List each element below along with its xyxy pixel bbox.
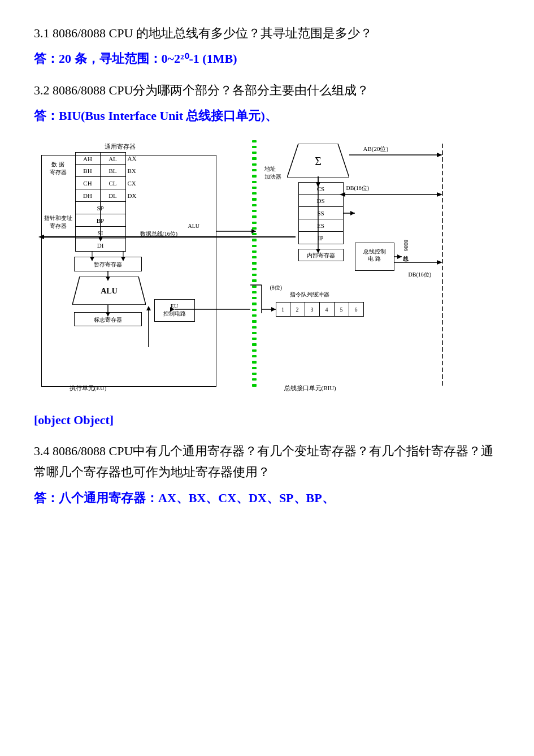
adder-shape: Σ (287, 144, 349, 178)
bus8086-label: 8086总线 (402, 240, 410, 251)
db16-right-label: DB(16位) (409, 271, 432, 279)
flag-reg: 标志寄存器 (74, 312, 142, 326)
register-grid: AH AL AX BH BL BX CH CL CX DH DL DX SP (75, 152, 142, 252)
dotted-divider (249, 138, 259, 387)
reg-cs: CS (298, 182, 344, 195)
reg-cx-label: CX (126, 177, 142, 189)
question-32: 3.2 8086/8088 CPU分为哪两个部分？各部分主要由什么组成？ (34, 80, 500, 101)
reg-dh: DH (75, 189, 101, 202)
reg-si: SI (75, 227, 126, 239)
svg-marker-11 (437, 260, 442, 265)
answer-34: 答：八个通用寄存器：AX、BX、CX、DX、SP、BP、 (34, 487, 500, 508)
data-bus-label: 数据总线(16位) (140, 230, 178, 238)
alu-shape: ALU (72, 277, 146, 305)
reg-ss: SS (298, 207, 344, 219)
reg-ip: IP (298, 232, 344, 244)
bus-ctrl: 总线控制电 路 (355, 243, 394, 271)
reg-ax-label: AX (126, 152, 142, 165)
inst-queue-label: 指令队列缓冲器 (290, 291, 329, 299)
queue-5: 5 (335, 302, 349, 317)
reg-di: DI (75, 239, 126, 252)
reg-bp: BP (75, 214, 126, 227)
answer-31-text: 答：20 条，寻址范围：0~2²⁰-1 (1MB) (34, 51, 237, 66)
queue-1: 1 (276, 302, 290, 317)
svg-marker-32 (397, 254, 402, 259)
eu-bottom-label: 执行单元(EU) (70, 384, 107, 392)
answer-32-eu: [object Object] (34, 409, 500, 430)
reg-ds: DS (298, 195, 344, 207)
alu-right-label: ALU (188, 223, 200, 229)
cpu-diagram: 通用寄存器 数 据寄存器 指针和变址寄存器 AH AL AX BH BL BX … (34, 138, 500, 404)
reg-bl: BL (101, 165, 126, 177)
reg-bh: BH (75, 165, 101, 177)
data-reg-label: 数 据寄存器 (44, 161, 72, 176)
diagram-wrap: 通用寄存器 数 据寄存器 指针和变址寄存器 AH AL AX BH BL BX … (36, 138, 499, 404)
inst-queue: 1 2 3 4 5 6 (276, 302, 364, 317)
question-31: 3.1 8086/8088 CPU 的地址总线有多少位？其寻址范围是多少？ (34, 23, 500, 44)
reg-es: ES (298, 219, 344, 232)
queue-2: 2 (290, 302, 305, 317)
db16-label-cs: DB(16位) (346, 184, 370, 192)
reg-dl: DL (101, 189, 126, 202)
ptr-reg-label: 指针和变址寄存器 (44, 214, 72, 230)
svg-marker-9 (437, 192, 442, 197)
reg-ah: AH (75, 152, 101, 165)
reg-sp: SP (75, 202, 126, 214)
question-34: 3.4 8086/8088 CPU中有几个通用寄存器？有几个变址寄存器？有几个指… (34, 440, 500, 483)
reg-dx-label: DX (126, 189, 142, 202)
gen-reg-title: 通用寄存器 (78, 142, 163, 151)
biu-bottom-label: 总线接口单元(BIU) (284, 384, 336, 392)
svg-marker-30 (350, 211, 355, 215)
reg-cl: CL (101, 177, 126, 189)
addr-adder-label: 地址加法器 (264, 165, 281, 181)
reg-ch: CH (75, 177, 101, 189)
ab-label: AB(20位) (363, 145, 389, 153)
temp-reg: 暂存寄存器 (74, 257, 142, 271)
svg-marker-6 (437, 153, 442, 157)
bit8-label: (8位) (270, 284, 283, 292)
svg-marker-34 (271, 307, 276, 312)
answer-31: 答：20 条，寻址范围：0~2²⁰-1 (1MB) (34, 48, 500, 69)
internal-reg-label: 内部寄存器 (298, 249, 344, 261)
queue-3: 3 (305, 302, 320, 317)
eu-ctrl: EU控制电路 (154, 299, 195, 322)
svg-text:Σ: Σ (315, 155, 322, 167)
queue-4: 4 (320, 302, 335, 317)
svg-text:ALU: ALU (101, 287, 118, 295)
answer-32-part1: 答：BIU(Bus Interface Unit 总线接口单元)、 (34, 105, 500, 126)
reg-bx-label: BX (126, 165, 142, 177)
seg-reg-group: CS DS SS ES IP (298, 182, 344, 244)
queue-6: 6 (349, 302, 364, 317)
reg-al: AL (101, 152, 126, 165)
